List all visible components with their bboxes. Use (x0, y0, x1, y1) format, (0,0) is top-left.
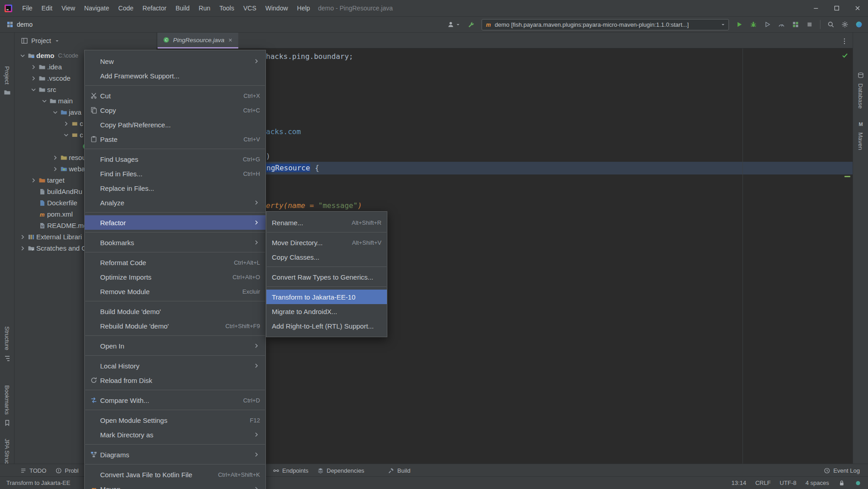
menu-item-paste[interactable]: PasteCtrl+V (85, 132, 265, 146)
services-button[interactable] (792, 21, 799, 28)
menubar-help[interactable]: Help (293, 0, 315, 16)
tool-button-database[interactable]: Database (853, 72, 868, 109)
menubar-view[interactable]: View (57, 0, 80, 16)
tab-options-button[interactable] (841, 37, 848, 45)
menu-item-find-in-files[interactable]: Find in Files...Ctrl+H (85, 166, 265, 181)
submenu-item-copy-classes[interactable]: Copy Classes... (266, 250, 387, 264)
toolwindow-probl[interactable]: Probl (55, 464, 78, 477)
menubar-build[interactable]: Build (171, 0, 194, 16)
toolwindow-dependencies[interactable]: Dependencies (317, 464, 364, 477)
readonly-lock-button[interactable] (838, 479, 845, 487)
problems-icon (55, 467, 62, 474)
submenu-item-migrate-to-androidx[interactable]: Migrate to AndroidX... (266, 304, 387, 319)
submenu-item-move-directory[interactable]: Move Directory...Alt+Shift+V (266, 235, 387, 250)
menubar-run[interactable]: Run (194, 0, 215, 16)
menu-item-local-history[interactable]: Local History (85, 358, 265, 373)
run-config-combo[interactable]: m demo [fish.payara.maven.plugins:payara… (482, 19, 729, 30)
menu-item-remove-module[interactable]: Remove ModuleExcluir (85, 284, 265, 299)
menu-item-new[interactable]: New (85, 54, 265, 68)
tool-button-structure[interactable]: Structure (0, 326, 14, 362)
menu-item-convert-java-file-to-kotlin-file[interactable]: Convert Java File to Kotlin FileCtrl+Alt… (85, 467, 265, 482)
submenu-item-add-right-to-left-rtl-support[interactable]: Add Right-to-Left (RTL) Support... (266, 319, 387, 333)
toolwindow-build[interactable]: Build (388, 464, 410, 477)
folder-icon (39, 75, 46, 82)
file-encoding[interactable]: UTF-8 (780, 479, 796, 486)
menu-item-refactor[interactable]: Refactor (85, 215, 265, 230)
menu-item-reformat-code[interactable]: Reformat CodeCtrl+Alt+L (85, 255, 265, 270)
close-button[interactable] (847, 0, 868, 16)
menu-item-bookmarks[interactable]: Bookmarks (85, 235, 265, 250)
menubar-tools[interactable]: Tools (215, 0, 239, 16)
maximize-button[interactable] (826, 0, 847, 16)
menu-item-maven[interactable]: mMaven (85, 482, 265, 489)
tab-close-button[interactable] (227, 37, 233, 43)
submenu-item-rename[interactable]: Rename...Alt+Shift+R (266, 215, 387, 230)
dependencies-icon (317, 467, 324, 474)
project-selector[interactable]: demo (6, 21, 33, 28)
menu-item-build-module-demo[interactable]: Build Module 'demo' (85, 304, 265, 319)
shortcut-label: Ctrl+G (235, 156, 260, 163)
context-menu: NewAdd Framework Support...CutCtrl+XCopy… (84, 50, 266, 489)
debug-button[interactable] (750, 21, 757, 28)
toolwindow-event-log[interactable]: Event Log (824, 464, 860, 477)
profiler-button[interactable] (778, 21, 785, 28)
menu-item-find-usages[interactable]: Find UsagesCtrl+G (85, 152, 265, 166)
menubar-edit[interactable]: Edit (37, 0, 57, 16)
toolwindow-label: Endpoints (282, 467, 309, 474)
menu-item-copy[interactable]: CopyCtrl+C (85, 103, 265, 117)
menu-item-rebuild-module-demo[interactable]: Rebuild Module 'demo'Ctrl+Shift+F9 (85, 319, 265, 333)
menu-item-replace-in-files[interactable]: Replace in Files... (85, 181, 265, 195)
menubar-window[interactable]: Window (261, 0, 293, 16)
menubar-refactor[interactable]: Refactor (138, 0, 171, 16)
menubar-navigate[interactable]: Navigate (80, 0, 114, 16)
menu-item-compare-with[interactable]: Compare With...Ctrl+D (85, 393, 265, 407)
menubar-code[interactable]: Code (114, 0, 138, 16)
menu-separator (85, 301, 265, 301)
idea-logo-icon (5, 5, 12, 12)
minimize-button[interactable] (805, 0, 826, 16)
ide-status-circle[interactable] (855, 21, 863, 28)
menu-item-analyze[interactable]: Analyze (85, 195, 265, 210)
menu-item-reload-from-disk[interactable]: Reload from Disk (85, 373, 265, 387)
submenu-separator (267, 232, 386, 232)
search-everywhere-button[interactable] (827, 21, 834, 28)
tab-pingresource-java[interactable]: C PingResource.java (158, 33, 238, 48)
menu-item-diagrams[interactable]: Diagrams (85, 447, 265, 462)
coverage-button[interactable] (764, 21, 771, 28)
menu-item-copy-path-reference[interactable]: Copy Path/Reference... (85, 117, 265, 132)
tool-button-project[interactable]: Project (0, 66, 14, 96)
run-button[interactable] (736, 21, 743, 28)
menu-item-label: Reload from Disk (100, 377, 152, 384)
menu-item-cut[interactable]: CutCtrl+X (85, 88, 265, 103)
menu-separator (85, 355, 265, 356)
caret-position[interactable]: 13:14 (732, 479, 747, 486)
tool-button-maven[interactable]: MMaven (853, 121, 868, 150)
folder-excluded-icon (39, 177, 46, 184)
notifications-button[interactable] (854, 479, 862, 487)
stop-button[interactable] (806, 21, 813, 28)
tree-item-path: C:\code (58, 52, 78, 59)
menu-item-add-framework-support[interactable]: Add Framework Support... (85, 68, 265, 83)
user-profile-button[interactable] (447, 21, 461, 28)
panel-grid-icon (21, 37, 28, 44)
settings-gear-button[interactable] (841, 21, 849, 28)
menu-item-label: Migrate to AndroidX... (272, 308, 337, 315)
menu-item-mark-directory-as[interactable]: Mark Directory as (85, 427, 265, 442)
line-separator[interactable]: CRLF (755, 479, 771, 486)
menu-item-open-module-settings[interactable]: Open Module SettingsF12 (85, 413, 265, 427)
menu-item-label: Compare With... (100, 397, 149, 404)
inspection-ok-icon[interactable] (841, 52, 849, 59)
menu-item-optimize-imports[interactable]: Optimize ImportsCtrl+Alt+O (85, 270, 265, 284)
build-wrench-button[interactable] (468, 21, 475, 28)
menu-item-open-in[interactable]: Open In (85, 339, 265, 353)
submenu-item-convert-raw-types-to-generics[interactable]: Convert Raw Types to Generics... (266, 270, 387, 284)
submenu-item-transform-to-jakarta-ee-10[interactable]: Transform to Jakarta-EE-10 (266, 290, 387, 304)
project-panel-header[interactable]: Project (14, 33, 156, 48)
menubar-file[interactable]: File (18, 0, 37, 16)
toolwindow-todo[interactable]: TODO (20, 464, 46, 477)
toolwindow-endpoints[interactable]: Endpoints (273, 464, 309, 477)
menubar-vcs[interactable]: VCS (239, 0, 261, 16)
indent-size[interactable]: 4 spaces (805, 479, 829, 486)
tool-button-bookmarks[interactable]: Bookmarks (0, 385, 14, 426)
menu-item-label: Convert Java File to Kotlin File (100, 471, 192, 479)
